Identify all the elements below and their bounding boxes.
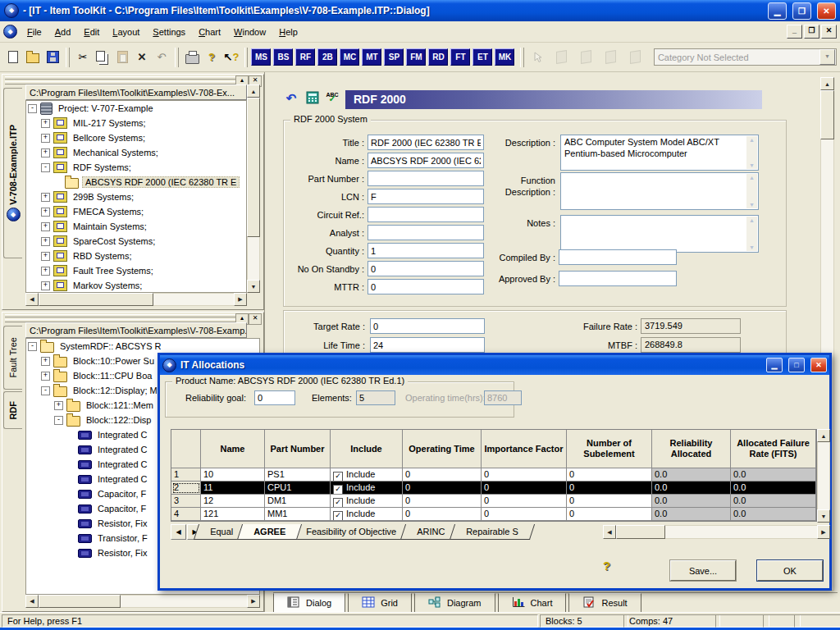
allocated-failure-rate-cell[interactable]: 0.0 <box>731 495 816 508</box>
menu-window[interactable]: Window <box>227 24 272 40</box>
view-tab-diagram[interactable]: Diagram <box>414 593 495 613</box>
view-tab-dialog[interactable]: Dialog <box>273 593 345 613</box>
tab-scroll-left-icon[interactable]: ◀ <box>171 524 186 540</box>
delete-icon[interactable]: ✕ <box>132 48 152 67</box>
row-number[interactable]: 3 <box>171 495 201 508</box>
system-path-header[interactable]: C:\Program Files\Item\Toolkit\Examples\V… <box>25 322 247 338</box>
menu-layout[interactable]: Layout <box>106 24 146 40</box>
menu-help[interactable]: Help <box>272 24 304 40</box>
undo-icon[interactable]: ↶ <box>283 90 299 107</box>
spellcheck-icon[interactable]: ABC✓ <box>324 89 340 106</box>
operating-time-cell[interactable]: 0 <box>403 508 482 521</box>
save-button[interactable]: Save... <box>670 560 736 581</box>
target-rate-input[interactable] <box>370 318 485 334</box>
expand-icon[interactable]: + <box>41 252 50 261</box>
include-cell[interactable]: ✓Include <box>331 495 403 508</box>
table-vscrollbar[interactable] <box>817 429 830 523</box>
tree-item[interactable]: +Maintain Systems; <box>26 219 246 234</box>
tree-item[interactable]: -Project: V-707-Example <box>26 101 246 116</box>
column-header[interactable]: Part Number <box>265 430 331 468</box>
tree-item[interactable]: -RDF Systems; <box>26 160 246 175</box>
expand-icon[interactable]: + <box>41 357 50 366</box>
table-row[interactable]: 4121MM1✓Include0000.00.0 <box>171 508 816 521</box>
expand-icon[interactable]: + <box>41 372 50 381</box>
title-input[interactable] <box>368 135 484 150</box>
module-button-ft[interactable]: FT <box>450 48 470 66</box>
scroll-up-icon[interactable]: ▲ <box>247 84 260 98</box>
panel-gripper[interactable] <box>5 76 235 83</box>
menu-edit[interactable]: Edit <box>77 24 106 40</box>
part-number-cell[interactable]: PS1 <box>265 468 331 482</box>
function-description-textbox[interactable]: ▲▼ <box>560 172 759 210</box>
module-button-bs[interactable]: BS <box>273 48 293 66</box>
copy-icon[interactable] <box>93 48 112 67</box>
analyst-input[interactable] <box>368 225 484 240</box>
reliability-allocated-cell[interactable]: 0.0 <box>652 468 731 482</box>
column-header[interactable]: Reliability Allocated <box>652 430 731 468</box>
module-button-rd[interactable]: RD <box>428 48 448 66</box>
expand-icon[interactable]: + <box>41 222 50 231</box>
expand-icon[interactable]: + <box>41 281 50 290</box>
mdi-minimize-button[interactable]: _ <box>787 25 802 39</box>
operating-time-cell[interactable]: 0 <box>403 495 482 508</box>
expand-icon[interactable]: + <box>41 267 50 276</box>
expand-icon[interactable]: + <box>41 148 50 158</box>
scroll-right-icon[interactable]: ▶ <box>234 293 247 306</box>
column-header[interactable]: Number of Subelement <box>567 430 652 468</box>
lcn-input[interactable] <box>368 189 484 204</box>
method-tab-feasibility-of-objective[interactable]: Feasibility of Objective <box>290 524 413 540</box>
help-icon[interactable]: ? <box>603 559 610 573</box>
open-icon[interactable] <box>23 48 43 67</box>
scroll-up-icon[interactable]: ▲ <box>817 429 830 442</box>
tree-item[interactable]: +Mechanical Systems; <box>26 145 246 160</box>
scroll-left-icon[interactable]: ◀ <box>25 595 39 608</box>
module-button-mt[interactable]: MT <box>362 48 381 66</box>
circuit-ref-input[interactable] <box>368 207 484 222</box>
cut-icon[interactable]: ✂ <box>73 48 93 67</box>
expand-icon[interactable]: + <box>41 193 50 202</box>
save-icon[interactable] <box>43 48 62 67</box>
importance-factor-cell[interactable]: 0 <box>482 482 567 495</box>
dialog-maximize-button[interactable]: □ <box>788 358 805 372</box>
name-cell[interactable]: 10 <box>201 468 265 482</box>
reliability-allocated-cell[interactable]: 0.0 <box>652 482 731 495</box>
importance-factor-cell[interactable]: 0 <box>482 508 567 521</box>
tree-item[interactable]: +Markov Systems; <box>26 278 246 293</box>
scroll-right-icon[interactable]: ▶ <box>817 525 830 539</box>
ok-button[interactable]: OK <box>757 560 823 581</box>
importance-factor-cell[interactable]: 0 <box>482 495 567 508</box>
module-button-et[interactable]: ET <box>472 48 492 66</box>
column-header[interactable]: Importance Factor <box>482 430 567 468</box>
allocated-failure-rate-cell[interactable]: 0.0 <box>731 468 816 482</box>
scroll-down-icon[interactable]: ▼ <box>247 280 260 293</box>
row-number[interactable]: 2 <box>171 482 201 495</box>
method-tab-repairable-s[interactable]: Repairable S <box>449 524 534 540</box>
tree-item[interactable]: +FMECA Systems; <box>26 204 246 219</box>
column-header[interactable]: Operating Time <box>403 430 482 468</box>
scroll-up-icon[interactable]: ▲ <box>820 77 834 90</box>
menu-add[interactable]: Add <box>48 24 78 40</box>
panel-gripper[interactable] <box>5 314 235 321</box>
collapse-icon[interactable]: - <box>41 163 50 172</box>
context-help-icon[interactable]: ↖? <box>221 48 241 67</box>
module-button-fm[interactable]: FM <box>406 48 426 66</box>
table-row[interactable]: 110PS1✓Include0000.00.0 <box>171 468 816 482</box>
expand-icon[interactable]: + <box>41 208 50 217</box>
view-tab-result[interactable]: Result <box>568 593 641 613</box>
importance-factor-cell[interactable]: 0 <box>482 468 567 482</box>
include-cell[interactable]: ✓Include <box>331 508 403 521</box>
rdf-tab[interactable]: RDF <box>3 391 22 429</box>
reliability-allocated-cell[interactable]: 0.0 <box>652 508 731 521</box>
scrollbar-thumb[interactable] <box>39 595 121 608</box>
approved-by-input[interactable] <box>559 271 677 286</box>
expand-icon[interactable]: + <box>41 237 50 246</box>
table-row[interactable]: 211CPU1✓Include0000.00.0 <box>171 482 816 495</box>
collapse-icon[interactable]: - <box>28 104 37 113</box>
table-row[interactable]: 312DM1✓Include0000.00.0 <box>171 495 816 508</box>
compiled-by-input[interactable] <box>559 249 677 265</box>
row-number[interactable]: 1 <box>171 468 201 482</box>
name-cell[interactable]: 11 <box>201 482 265 495</box>
close-button[interactable]: ✕ <box>817 2 836 20</box>
module-button-ms[interactable]: MS <box>251 48 271 66</box>
scrollbar-thumb[interactable] <box>39 293 153 306</box>
